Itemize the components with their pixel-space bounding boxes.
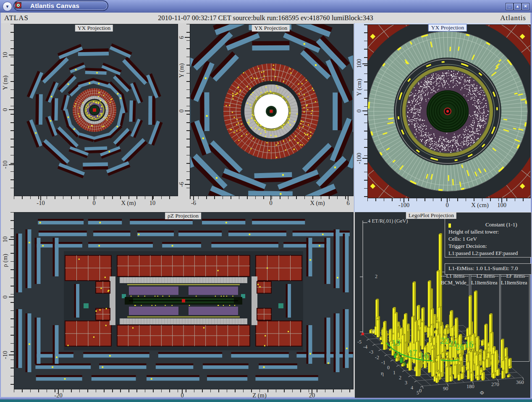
ef-items-header: ---EF items--- [501, 273, 529, 279]
jet-label: 16 [420, 351, 428, 361]
x-axis-label: X (m) [121, 200, 136, 207]
jet-label: 17 [409, 348, 417, 358]
taskbar-edge [0, 399, 532, 402]
jet-label: 26 [456, 342, 464, 352]
x-tick: 6 [346, 200, 349, 207]
y-tick: 0 [2, 108, 9, 111]
x-tick: -6 [191, 200, 196, 207]
y-tick: 100 [356, 59, 363, 68]
l1-etmiss-summary: L1-EtMiss: 1.0 L1-SumEt: 7.0 [448, 265, 518, 272]
y-axis-label: ρ (m) [2, 254, 9, 267]
legend-trigger-line: Trigger Decision: [448, 243, 487, 250]
yx-inner-x-axis [367, 198, 530, 201]
atlantis-window: ▼ Atlantis Canvas _ ▲ ✕ ATLAS 2010-11-07… [0, 0, 532, 402]
legend-decision-line: L1:passed L2:passed EF:passed [448, 250, 518, 257]
minimize-icon[interactable]: _ [506, 3, 514, 10]
yx-inner-title: YX Projection [428, 24, 467, 32]
x-tick: 0 [446, 202, 448, 209]
window-border-left [0, 13, 1, 399]
x-tick: 20 [309, 392, 315, 399]
jet-label: 16 [465, 340, 473, 349]
x-tick: -20 [54, 392, 62, 399]
legend-cells-line: Cells: 1 GeV [448, 236, 477, 242]
l2-items-value: L1ItemStrea [471, 280, 499, 286]
app-icon [15, 2, 21, 8]
x-tick: -100 [398, 202, 410, 209]
y-tick: 0 [356, 109, 363, 112]
l1-items-value: BCM_Wide_ [441, 280, 469, 286]
lego-z-axis-title: 4 ET/R(.01) (GeV) [368, 218, 408, 224]
yx-mid-x-axis [190, 196, 353, 199]
lego-z-tick-0: 0 [372, 328, 375, 334]
lego-panel-title: LegoPlot Projection [406, 212, 456, 219]
y-tick: -100 [356, 153, 363, 164]
window-title: Atlantis Canvas [30, 2, 79, 9]
lego-z-tick-2: 2 [375, 273, 377, 280]
legend-scale: Constant (1-1) [485, 221, 517, 228]
x-axis-label: Z (m) [252, 392, 266, 399]
x-tick: 10 [149, 200, 156, 207]
legend-height-line: Height of tallest tower: [448, 229, 499, 235]
x-axis-label: X (cm) [471, 202, 488, 209]
close-icon[interactable]: ✕ [522, 3, 529, 10]
yx-far-title: YX Projection [75, 25, 113, 32]
window-title-tab[interactable]: Atlantis Canvas [13, 0, 108, 11]
jet-label: 22 [440, 336, 449, 346]
jet-label: 19 [392, 338, 400, 348]
event-info: 2010-11-07 00:32:17 CET source:bulk run:… [1, 14, 530, 22]
program-label: Atlantis [500, 14, 526, 22]
yx-mid-title: YX Projection [252, 25, 290, 32]
x-tick: -10 [37, 200, 45, 207]
maximize-icon[interactable]: ▲ [514, 3, 522, 10]
yx-inner-canvas[interactable] [367, 24, 531, 198]
y-axis-label: Y (m) [2, 76, 9, 90]
yx-far-canvas[interactable] [14, 24, 178, 196]
y-tick: -6 [178, 182, 185, 187]
rhoz-title: ρZ Projection [165, 213, 201, 219]
y-tick: -10 [2, 160, 9, 168]
x-tick: 0 [92, 200, 95, 207]
x-tick: 0 [181, 392, 183, 399]
y-tick: -10 [2, 351, 9, 359]
y-tick: 10 [2, 52, 9, 58]
ef-items-value: L1ItemStrea [501, 280, 529, 286]
yx-mid-canvas[interactable] [190, 24, 354, 196]
y-tick: 0 [2, 295, 9, 298]
x-tick: 0 [269, 200, 272, 207]
l2-items-header: ---L2 items--- [471, 273, 499, 279]
y-tick: 6 [178, 36, 185, 39]
y-tick: 10 [2, 236, 9, 243]
rhoz-canvas[interactable] [14, 212, 354, 389]
y-axis-label: Y (cm) [356, 79, 363, 96]
y-tick: 0 [178, 109, 185, 112]
l1-items-header: ---L1 items--- [441, 273, 469, 279]
yx-mid-y-axis [186, 24, 190, 195]
lego-panel-area: ng Et Constant (1-1) Height of tallest t… [355, 212, 530, 398]
x-tick: 100 [497, 202, 506, 209]
title-bar[interactable]: ▼ Atlantis Canvas _ ▲ ✕ [0, 0, 532, 13]
window-menu-icon[interactable]: ▼ [3, 2, 12, 11]
y-axis-label: Y (m) [178, 63, 185, 78]
event-header: ATLAS 2010-11-07 00:32:17 CET source:bul… [1, 13, 530, 23]
x-axis-label: X (m) [310, 200, 325, 207]
tower-swatch-icon [448, 223, 451, 228]
rhoz-y-axis [10, 212, 14, 389]
lego-legend-box: Constant (1-1) Height of tallest tower: … [445, 212, 532, 257]
